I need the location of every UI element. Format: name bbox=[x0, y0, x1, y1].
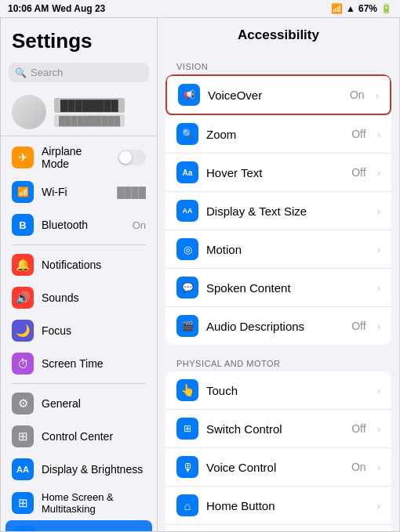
sidebar-item-controlcenter[interactable]: ⊞ Control Center bbox=[1, 420, 157, 453]
zoom-icon: 🔍 bbox=[176, 123, 198, 145]
settings-row-touch[interactable]: 👆 Touch › bbox=[165, 371, 391, 410]
row-label-spokencontent: Spoken Content bbox=[206, 281, 369, 295]
main-scroll: VISION 📢 VoiceOver On › 🔍 Zoom Off › Aa bbox=[158, 52, 399, 531]
sounds-icon: 🔊 bbox=[12, 287, 34, 309]
voiceover-icon: 📢 bbox=[178, 84, 200, 106]
status-bar: 10:06 AM Wed Aug 23 📶 ▲ 67% 🔋 bbox=[0, 0, 400, 17]
settings-row-audiodesc[interactable]: 🎬 Audio Descriptions Off › bbox=[165, 307, 391, 345]
screentime-icon: ⏱ bbox=[12, 353, 34, 375]
sidebar-item-general[interactable]: ⚙ General bbox=[1, 387, 157, 420]
sidebar-group-2: 🔔 Notifications 🔊 Sounds 🌙 Focus ⏱ Scree… bbox=[1, 248, 157, 380]
settings-row-voiceover[interactable]: 📢 VoiceOver On › bbox=[165, 74, 391, 115]
accessibility-icon: ♿ bbox=[13, 526, 35, 531]
sidebar-item-wifi[interactable]: 📶 Wi-Fi ████ bbox=[1, 176, 157, 208]
profile-section[interactable]: ████████ ██████████ bbox=[1, 89, 157, 136]
settings-row-displaytextsize[interactable]: AA Display & Text Size › bbox=[165, 192, 391, 230]
settings-row-homebutton[interactable]: ⌂ Home Button › bbox=[165, 487, 391, 525]
settings-row-hovertext[interactable]: Aa Hover Text Off › bbox=[165, 154, 391, 192]
row-value-switchcontrol: Off bbox=[351, 422, 365, 435]
sidebar-label-airplane: Airplane Mode bbox=[42, 145, 110, 170]
main-title: Accessibility bbox=[158, 18, 399, 52]
spokencontent-icon: 💬 bbox=[176, 277, 198, 299]
homebutton-icon: ⌂ bbox=[176, 494, 198, 516]
sidebar-label-accessibility: Accessibility bbox=[43, 530, 144, 531]
battery-text: 67% bbox=[358, 3, 377, 14]
sidebar-label-sounds: Sounds bbox=[42, 291, 146, 304]
settings-group-vision: 📢 VoiceOver On › 🔍 Zoom Off › Aa Hover T… bbox=[165, 74, 391, 345]
section-header-physical: PHYSICAL AND MOTOR bbox=[165, 349, 391, 371]
sidebar-item-screentime[interactable]: ⏱ Screen Time bbox=[1, 347, 157, 380]
sidebar-label-general: General bbox=[42, 397, 146, 410]
row-label-audiodesc: Audio Descriptions bbox=[206, 320, 344, 333]
sidebar-item-focus[interactable]: 🌙 Focus bbox=[1, 314, 157, 347]
sidebar-item-accessibility[interactable]: ♿ Accessibility bbox=[5, 520, 152, 531]
status-indicators: 📶 ▲ 67% 🔋 bbox=[331, 3, 392, 14]
profile-sub: ██████████ bbox=[54, 114, 125, 127]
row-value-zoom: Off bbox=[351, 128, 365, 140]
sidebar-item-homescreen[interactable]: ⊞ Home Screen & Multitasking bbox=[1, 486, 157, 520]
row-label-voiceover: VoiceOver bbox=[208, 89, 342, 102]
main-content: Accessibility VISION 📢 VoiceOver On › 🔍 … bbox=[158, 18, 399, 531]
airplane-toggle[interactable] bbox=[118, 150, 146, 165]
search-icon: 🔍 bbox=[15, 67, 27, 78]
sidebar-label-screentime: Screen Time bbox=[42, 357, 146, 370]
sidebar-group-3: ⚙ General ⊞ Control Center AA Display & … bbox=[1, 387, 157, 531]
status-time: 10:06 AM bbox=[8, 3, 49, 14]
search-bar[interactable]: 🔍 Search bbox=[9, 63, 149, 82]
touch-chevron: › bbox=[377, 385, 380, 396]
motion-chevron: › bbox=[377, 244, 380, 255]
settings-row-zoom[interactable]: 🔍 Zoom Off › bbox=[165, 115, 391, 154]
motion-icon: ◎ bbox=[176, 238, 198, 260]
settings-row-spokencontent[interactable]: 💬 Spoken Content › bbox=[165, 269, 391, 307]
row-label-zoom: Zoom bbox=[206, 128, 344, 141]
displaybrightness-icon: AA bbox=[12, 458, 34, 480]
row-label-motion: Motion bbox=[206, 243, 369, 256]
sidebar-value-wifi: ████ bbox=[117, 186, 146, 198]
sidebar-group-1: ✈ Airplane Mode 📶 Wi-Fi ████ B Bluetooth… bbox=[1, 139, 157, 241]
row-label-hovertext: Hover Text bbox=[206, 166, 344, 179]
separator-2 bbox=[12, 383, 146, 384]
hovertext-icon: Aa bbox=[176, 161, 198, 183]
zoom-chevron: › bbox=[377, 128, 380, 140]
settings-row-motion[interactable]: ◎ Motion › bbox=[165, 230, 391, 269]
hovertext-chevron: › bbox=[377, 167, 380, 179]
profile-name: ████████ bbox=[54, 98, 125, 113]
sidebar-label-homescreen: Home Screen & Multitasking bbox=[42, 491, 146, 515]
voiceover-chevron: › bbox=[376, 89, 379, 101]
row-value-audiodesc: Off bbox=[351, 320, 365, 332]
sidebar: Settings 🔍 Search ████████ ██████████ ✈ … bbox=[1, 18, 158, 531]
sidebar-label-bluetooth: Bluetooth bbox=[42, 219, 125, 231]
touch-icon: 👆 bbox=[176, 379, 198, 401]
row-label-displaytextsize: Display & Text Size bbox=[206, 204, 369, 218]
signal-icon: ▲ bbox=[346, 3, 355, 14]
audiodesc-chevron: › bbox=[377, 320, 380, 332]
settings-row-voicecontrol[interactable]: 🎙 Voice Control On › bbox=[165, 448, 391, 487]
search-placeholder: Search bbox=[31, 67, 143, 78]
avatar bbox=[12, 95, 46, 129]
profile-info: ████████ ██████████ bbox=[54, 98, 125, 127]
battery-icon: 🔋 bbox=[380, 3, 392, 14]
controlcenter-icon: ⊞ bbox=[12, 425, 34, 447]
sidebar-item-displaybrightness[interactable]: AA Display & Brightness bbox=[1, 453, 157, 486]
sidebar-label-controlcenter: Control Center bbox=[42, 430, 146, 443]
settings-row-switchcontrol[interactable]: ⊞ Switch Control Off › bbox=[165, 410, 391, 448]
sidebar-item-notifications[interactable]: 🔔 Notifications bbox=[1, 248, 157, 281]
focus-icon: 🌙 bbox=[12, 320, 34, 342]
bluetooth-icon: B bbox=[12, 214, 34, 236]
sidebar-item-sounds[interactable]: 🔊 Sounds bbox=[1, 281, 157, 314]
settings-row-appletvremote[interactable]: 📺 Apple TV Remote › bbox=[165, 525, 391, 531]
row-label-homebutton: Home Button bbox=[206, 499, 369, 512]
sidebar-title: Settings bbox=[1, 18, 157, 60]
homescreen-icon: ⊞ bbox=[12, 492, 34, 514]
switchcontrol-chevron: › bbox=[377, 423, 380, 435]
airplane-icon: ✈ bbox=[12, 147, 34, 168]
sidebar-label-wifi: Wi-Fi bbox=[42, 186, 109, 198]
displaytextsize-icon: AA bbox=[176, 200, 198, 222]
sidebar-item-airplane[interactable]: ✈ Airplane Mode bbox=[1, 139, 157, 176]
row-value-voiceover: On bbox=[350, 89, 365, 101]
sidebar-item-bluetooth[interactable]: B Bluetooth On bbox=[1, 208, 157, 241]
homebutton-chevron: › bbox=[377, 500, 380, 512]
row-label-switchcontrol: Switch Control bbox=[206, 422, 344, 436]
row-value-voicecontrol: On bbox=[351, 461, 366, 473]
row-value-hovertext: Off bbox=[351, 166, 365, 179]
